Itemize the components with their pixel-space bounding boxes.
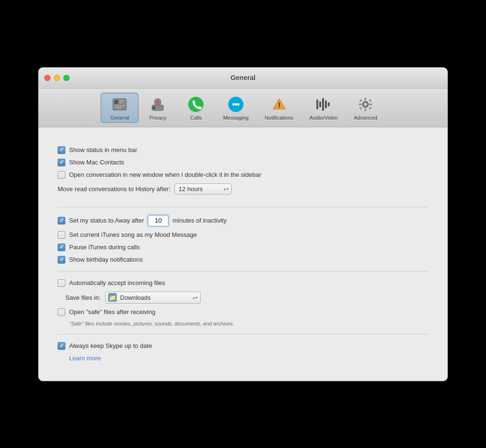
away-minutes-input[interactable] xyxy=(148,215,169,226)
tab-privacy-label: Privacy xyxy=(149,115,166,121)
away-status-checkbox[interactable] xyxy=(58,217,65,224)
pause-itunes-checkbox[interactable] xyxy=(58,244,65,251)
svg-rect-2 xyxy=(119,100,125,101)
tab-messaging[interactable]: Messaging xyxy=(215,92,256,123)
svg-rect-1 xyxy=(114,100,118,104)
section-files: Automatically accept incoming files Save… xyxy=(58,271,428,334)
save-files-label: Save files in: xyxy=(58,294,101,301)
away-label-pre: Set my status to Away after xyxy=(69,217,144,224)
auto-accept-row: Automatically accept incoming files xyxy=(58,279,428,287)
open-safe-checkbox[interactable] xyxy=(58,308,65,316)
notifications-icon xyxy=(270,95,289,114)
learn-more-link[interactable]: Learn more xyxy=(69,355,428,362)
title-bar: General xyxy=(39,68,447,89)
auto-accept-checkbox[interactable] xyxy=(58,279,65,287)
main-window: General General xyxy=(38,67,448,381)
tab-notifications[interactable]: Notifications xyxy=(257,92,302,123)
svg-rect-17 xyxy=(279,102,280,106)
open-conversation-label: Open conversation in new window when I d… xyxy=(69,171,261,178)
section-updates: Always keep Skype up to date Learn more xyxy=(58,334,428,369)
svg-point-7 xyxy=(156,101,159,103)
section-general-options: Show status in menu bar Show Mac Contact… xyxy=(58,139,428,207)
svg-rect-32 xyxy=(359,106,362,109)
tab-notifications-label: Notifications xyxy=(265,115,294,121)
tab-advanced[interactable]: Advanced xyxy=(346,92,385,123)
window-title: General xyxy=(231,74,255,81)
maximize-button[interactable] xyxy=(63,75,70,81)
birthday-row: Show birthday notifications xyxy=(58,256,428,264)
svg-point-14 xyxy=(235,103,237,105)
svg-rect-30 xyxy=(359,99,362,102)
show-contacts-checkbox[interactable] xyxy=(58,159,65,166)
svg-point-13 xyxy=(233,103,235,105)
save-files-row: Save files in: 📁 Downloads Desktop Docum… xyxy=(58,292,428,304)
show-status-row: Show status in menu bar xyxy=(58,146,428,154)
calls-icon xyxy=(186,95,205,114)
tab-general[interactable]: General xyxy=(101,92,139,123)
svg-rect-33 xyxy=(369,106,372,109)
keep-updated-row: Always keep Skype up to date xyxy=(58,342,428,350)
advanced-icon xyxy=(356,95,375,114)
move-read-select-wrapper: 30 minutes 1 hour 4 hours 12 hours 1 day… xyxy=(174,183,232,194)
svg-rect-31 xyxy=(369,99,372,102)
tab-messaging-label: Messaging xyxy=(223,115,248,121)
svg-rect-3 xyxy=(119,102,123,103)
open-safe-label: Open "safe" files after receiving xyxy=(69,308,155,316)
svg-rect-23 xyxy=(328,102,330,106)
keep-updated-checkbox[interactable] xyxy=(58,342,65,350)
svg-point-25 xyxy=(364,103,367,106)
birthday-label: Show birthday notifications xyxy=(69,256,143,263)
tab-advanced-label: Advanced xyxy=(354,115,377,121)
svg-rect-21 xyxy=(322,98,324,111)
svg-rect-28 xyxy=(359,103,362,105)
move-read-select[interactable]: 30 minutes 1 hour 4 hours 12 hours 1 day… xyxy=(174,183,232,194)
pause-itunes-label: Pause iTunes during calls xyxy=(69,244,140,251)
privacy-icon xyxy=(148,95,167,114)
svg-rect-4 xyxy=(114,105,125,106)
itunes-mood-label: Set current iTunes song as my Mood Messa… xyxy=(69,231,197,238)
tab-audiovideo[interactable]: Audio/Video xyxy=(302,92,346,123)
close-button[interactable] xyxy=(44,75,51,81)
content-area: Show status in menu bar Show Mac Contact… xyxy=(39,127,447,381)
svg-rect-5 xyxy=(114,107,122,108)
svg-rect-26 xyxy=(365,98,366,101)
svg-rect-20 xyxy=(319,102,321,107)
open-conversation-checkbox[interactable] xyxy=(58,171,65,179)
open-safe-row: Open "safe" files after receiving xyxy=(58,308,428,316)
tab-privacy[interactable]: Privacy xyxy=(139,92,177,123)
show-status-checkbox[interactable] xyxy=(58,146,65,154)
svg-rect-19 xyxy=(316,100,318,109)
traffic-lights xyxy=(44,75,70,81)
birthday-checkbox[interactable] xyxy=(58,256,65,264)
downloads-select-wrapper: 📁 Downloads Desktop Documents Other... xyxy=(105,292,201,304)
safe-files-desc: "Safe" files include movies, pictures, s… xyxy=(69,321,428,326)
tab-calls[interactable]: Calls xyxy=(177,92,215,123)
toolbar: General Privacy Calls xyxy=(39,89,447,127)
svg-rect-18 xyxy=(279,107,280,108)
move-read-row: Move read conversations to History after… xyxy=(58,183,428,194)
tab-audiovideo-label: Audio/Video xyxy=(310,115,338,121)
general-icon xyxy=(110,95,129,114)
downloads-select[interactable]: Downloads Desktop Documents Other... xyxy=(105,292,201,304)
away-status-row: Set my status to Away after minutes of i… xyxy=(58,215,428,226)
itunes-mood-row: Set current iTunes song as my Mood Messa… xyxy=(58,231,428,239)
show-contacts-label: Show Mac Contacts xyxy=(69,159,124,166)
minimize-button[interactable] xyxy=(54,75,60,81)
messaging-icon xyxy=(226,95,245,114)
tab-calls-label: Calls xyxy=(190,115,202,121)
section-status-options: Set my status to Away after minutes of i… xyxy=(58,207,428,271)
folder-icon: 📁 xyxy=(109,294,116,301)
pause-itunes-row: Pause iTunes during calls xyxy=(58,244,428,251)
auto-accept-label: Automatically accept incoming files xyxy=(69,279,165,286)
itunes-mood-checkbox[interactable] xyxy=(58,231,65,239)
svg-rect-22 xyxy=(325,101,327,108)
svg-point-11 xyxy=(188,97,203,112)
show-status-label: Show status in menu bar xyxy=(69,146,137,153)
svg-point-15 xyxy=(237,103,240,105)
away-label-post: minutes of inactivity xyxy=(172,217,226,224)
keep-updated-label: Always keep Skype up to date xyxy=(69,342,152,349)
move-read-label: Move read conversations to History after… xyxy=(58,185,171,193)
audiovideo-icon xyxy=(314,95,333,114)
svg-rect-29 xyxy=(369,103,372,105)
show-contacts-row: Show Mac Contacts xyxy=(58,159,428,166)
